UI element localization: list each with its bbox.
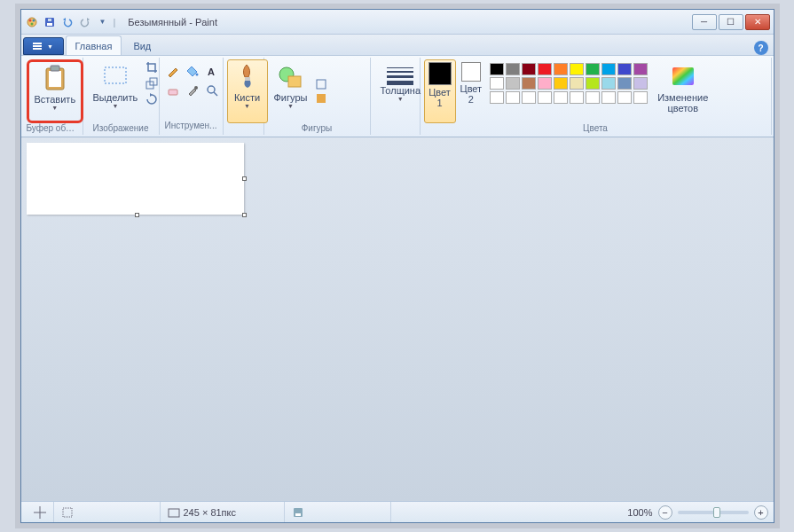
palette-swatch[interactable]	[617, 91, 632, 104]
edit-colors-button[interactable]: Изменение цветов	[651, 59, 714, 123]
close-button[interactable]: ✕	[745, 14, 770, 30]
app-window: ▼ | Безымянный - Paint ─ ☐ ✕ ▼ Главная В…	[20, 9, 774, 523]
palette-swatch[interactable]	[601, 63, 616, 75]
svg-line-21	[214, 92, 217, 96]
palette-swatch[interactable]	[490, 77, 504, 90]
palette-swatch[interactable]	[490, 63, 504, 75]
group-thickness: Толщина ▼	[371, 58, 421, 135]
group-image-label: Изображение	[87, 123, 155, 133]
help-button[interactable]: ?	[754, 41, 768, 55]
window-controls: ─ ☐ ✕	[690, 14, 770, 30]
svg-rect-13	[105, 67, 126, 83]
palette-swatch[interactable]	[554, 63, 568, 75]
svg-rect-25	[317, 80, 326, 89]
chevron-down-icon: ▼	[51, 105, 58, 111]
thickness-icon	[382, 62, 418, 85]
eraser-tool-icon[interactable]	[165, 82, 181, 98]
fill-icon[interactable]	[315, 92, 327, 105]
brushes-button[interactable]: Кисти ▼	[227, 59, 268, 123]
canvas[interactable]	[27, 143, 244, 215]
palette-swatch[interactable]	[506, 91, 520, 104]
palette-swatch[interactable]	[522, 63, 536, 75]
save-icon[interactable]	[43, 15, 57, 29]
crop-icon[interactable]	[145, 61, 158, 74]
palette-swatch[interactable]	[633, 63, 648, 75]
disk-icon	[292, 506, 304, 519]
thickness-label: Толщина	[381, 85, 421, 96]
maximize-button[interactable]: ☐	[719, 14, 743, 30]
zoom-in-button[interactable]: +	[754, 505, 768, 520]
select-button[interactable]: Выделить ▼	[87, 59, 145, 123]
palette-swatch[interactable]	[570, 63, 584, 75]
palette-swatch[interactable]	[554, 91, 568, 104]
thickness-button[interactable]: Толщина ▼	[374, 59, 428, 123]
zoom-slider-thumb[interactable]	[713, 507, 720, 518]
shapes-button[interactable]: Фигуры ▼	[268, 59, 314, 123]
magnifier-tool-icon[interactable]	[204, 82, 220, 98]
palette-swatch[interactable]	[601, 91, 616, 104]
zoom-controls: 100% − +	[627, 505, 767, 520]
svg-rect-30	[63, 508, 72, 517]
palette-swatch[interactable]	[586, 63, 600, 75]
svg-rect-11	[49, 71, 61, 87]
palette-swatch[interactable]	[633, 91, 648, 104]
undo-icon[interactable]	[60, 15, 75, 29]
text-tool-icon[interactable]: A	[204, 63, 220, 79]
file-menu-button[interactable]: ▼	[23, 37, 64, 55]
canvas-area[interactable]	[21, 137, 774, 501]
picker-tool-icon[interactable]	[185, 82, 200, 98]
svg-rect-9	[33, 48, 42, 50]
quick-access-toolbar: ▼	[25, 15, 110, 29]
palette-swatch[interactable]	[570, 77, 584, 90]
resize-icon[interactable]	[145, 77, 158, 90]
palette-swatch[interactable]	[506, 63, 520, 75]
palette-swatch[interactable]	[538, 63, 552, 75]
resize-handle-e[interactable]	[242, 176, 247, 181]
chevron-down-icon: ▼	[397, 96, 404, 102]
app-icon[interactable]	[25, 15, 39, 29]
crosshair-icon	[34, 506, 46, 519]
palette-swatch[interactable]	[554, 77, 568, 90]
palette-swatch[interactable]	[570, 91, 584, 104]
ribbon: Вставить ▼ Буфер обме... Выделить ▼	[21, 56, 774, 137]
qat-dropdown-icon[interactable]: ▼	[96, 15, 110, 29]
brushes-label: Кисти	[234, 92, 260, 103]
tab-view[interactable]: Вид	[123, 35, 161, 55]
resize-handle-s[interactable]	[135, 213, 139, 217]
palette-swatch[interactable]	[506, 77, 520, 90]
pencil-tool-icon[interactable]	[165, 63, 181, 79]
palette-swatch[interactable]	[522, 77, 536, 90]
edit-colors-label: Изменение цветов	[657, 92, 708, 113]
clipboard-icon	[41, 64, 69, 92]
palette-swatch[interactable]	[490, 91, 504, 104]
group-colors: Цвет 1 Цвет 2 Изменение цветов Цвета	[421, 58, 772, 135]
ribbon-tabs-row: ▼ Главная Вид ?	[21, 35, 774, 56]
palette-swatch[interactable]	[586, 77, 600, 90]
palette-swatch[interactable]	[586, 91, 600, 104]
color2-button[interactable]: Цвет 2	[456, 59, 487, 123]
palette-swatch[interactable]	[601, 77, 616, 90]
color1-button[interactable]: Цвет 1	[424, 59, 456, 123]
palette-swatch[interactable]	[617, 77, 632, 90]
svg-rect-22	[245, 77, 250, 81]
palette-swatch[interactable]	[538, 77, 552, 90]
palette-swatch[interactable]	[617, 63, 632, 75]
paste-button[interactable]: Вставить ▼	[27, 59, 84, 123]
palette-swatch[interactable]	[522, 91, 536, 104]
minimize-button[interactable]: ─	[692, 14, 717, 30]
group-colors-label: Цвета	[424, 123, 767, 133]
fill-tool-icon[interactable]	[185, 63, 200, 79]
outline-icon[interactable]	[315, 78, 327, 90]
svg-point-3	[30, 22, 33, 25]
palette-swatch[interactable]	[633, 77, 648, 90]
status-selection-size	[54, 502, 161, 522]
zoom-out-button[interactable]: −	[658, 505, 672, 520]
tab-home[interactable]: Главная	[66, 35, 122, 55]
rotate-icon[interactable]	[145, 93, 158, 106]
resize-handle-se[interactable]	[242, 213, 247, 217]
group-clipboard-label: Буфер обме...	[27, 123, 79, 133]
chevron-down-icon: ▼	[244, 103, 250, 109]
redo-icon[interactable]	[78, 15, 92, 29]
palette-swatch[interactable]	[538, 91, 552, 104]
zoom-slider[interactable]	[678, 511, 749, 514]
